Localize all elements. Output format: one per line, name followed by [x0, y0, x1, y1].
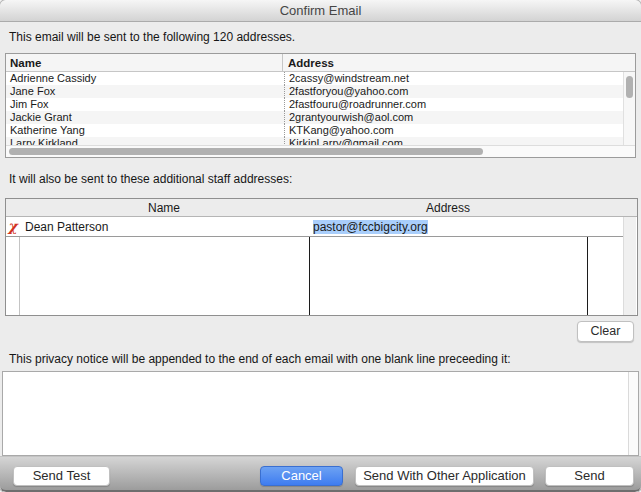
dialog-footer: Send Test Cancel Send With Other Applica… [0, 456, 641, 492]
recipients-header-name[interactable]: Name [6, 54, 283, 72]
recipient-name-cell: Jim Fox [6, 98, 284, 111]
staff-addresses-label: It will also be sent to these additional… [9, 172, 292, 186]
dialog-titlebar[interactable]: Confirm Email [0, 0, 641, 22]
recipient-address-cell: KTKang@yahoo.com [284, 124, 625, 137]
recipients-horizontal-scrollbar[interactable] [6, 145, 635, 157]
recipient-row[interactable]: Jackie Grant2grantyourwish@aol.com [6, 111, 625, 124]
dialog-title: Confirm Email [280, 3, 362, 18]
recipients-count-label: This email will be sent to the following… [9, 30, 295, 44]
cancel-button[interactable]: Cancel [260, 466, 343, 486]
staff-address-cell[interactable]: pastor@fccbigcity.org [310, 217, 587, 237]
send-button[interactable]: Send [545, 466, 634, 486]
recipient-address-cell: 2grantyourwish@aol.com [284, 111, 625, 124]
recipients-header-address[interactable]: Address [284, 54, 635, 72]
recipient-name-cell: Adrienne Cassidy [6, 72, 284, 85]
clear-button[interactable]: Clear [577, 321, 634, 342]
horizontal-scroll-thumb[interactable] [9, 148, 483, 155]
recipient-row[interactable]: Katherine YangKTKang@yahoo.com [6, 124, 625, 137]
send-test-button[interactable]: Send Test [13, 466, 110, 486]
recipient-row[interactable]: Adrienne Cassidy2cassy@windstream.net [6, 72, 625, 85]
staff-table-header: Name Address [6, 199, 637, 217]
recipient-name-cell: Katherine Yang [6, 124, 284, 137]
recipient-name-cell: Jane Fox [6, 85, 284, 98]
confirm-email-dialog: Confirm Email This email will be sent to… [0, 0, 641, 492]
recipient-address-cell: 2fastforyou@yahoo.com [284, 85, 625, 98]
recipient-address-cell: 2fastfouru@roadrunner.com [284, 98, 625, 111]
recipients-rows: Adrienne Cassidy2cassy@windstream.netJan… [6, 72, 625, 150]
recipient-row[interactable]: Jane Fox2fastforyou@yahoo.com [6, 85, 625, 98]
recipients-table: Name Address Adrienne Cassidy2cassy@wind… [5, 53, 636, 158]
recipients-table-header: Name Address [6, 54, 635, 72]
staff-table: Name Address χ Dean Patterson pastor@fcc… [5, 198, 638, 316]
privacy-notice-label: This privacy notice will be appended to … [9, 352, 511, 366]
vertical-scroll-thumb[interactable] [626, 76, 633, 98]
recipient-name-cell: Jackie Grant [6, 111, 284, 124]
staff-header-name[interactable]: Name [19, 199, 309, 217]
send-with-other-application-button[interactable]: Send With Other Application [355, 466, 534, 486]
delete-row-icon[interactable]: χ [6, 217, 19, 237]
staff-scrollbar-track[interactable] [623, 217, 636, 315]
recipient-address-cell: 2cassy@windstream.net [284, 72, 625, 85]
recipients-vertical-scrollbar[interactable] [623, 72, 635, 146]
selected-address-text: pastor@fccbigcity.org [313, 220, 428, 234]
recipient-row[interactable]: Jim Fox2fastfouru@roadrunner.com [6, 98, 625, 111]
staff-header-address[interactable]: Address [309, 199, 587, 217]
staff-name-cell[interactable]: Dean Patterson [20, 217, 309, 237]
privacy-notice-input[interactable] [2, 371, 639, 456]
staff-row[interactable]: χ Dean Patterson pastor@fccbigcity.org [6, 217, 623, 237]
